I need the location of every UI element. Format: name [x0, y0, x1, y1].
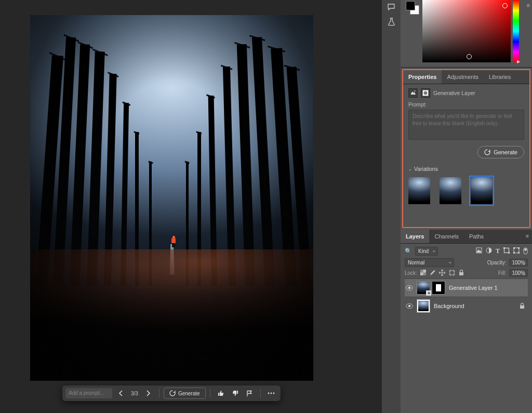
variation-thumb-1[interactable]: [408, 177, 430, 204]
opacity-value[interactable]: 100%: [509, 259, 528, 267]
filter-toggle-icon[interactable]: [523, 247, 528, 255]
document-canvas[interactable]: [30, 15, 313, 381]
generate-button[interactable]: Generate: [164, 388, 206, 399]
tab-paths[interactable]: Paths: [464, 230, 489, 243]
lock-position-icon[interactable]: [439, 270, 445, 276]
separator: [210, 389, 210, 398]
lock-all-icon[interactable]: [459, 270, 464, 276]
next-variation-button[interactable]: [142, 387, 155, 399]
generative-layer-icon: [408, 88, 418, 98]
panel-menu-button[interactable]: ≡: [527, 2, 530, 8]
chevron-down-icon: ⌄: [408, 167, 412, 171]
filter-smart-icon[interactable]: [513, 247, 520, 255]
panel-menu-button[interactable]: ≡: [523, 230, 532, 243]
svg-point-3: [415, 90, 416, 91]
right-panel-column: ≡ Properties Adjustments Libraries Gener…: [382, 0, 532, 413]
tab-adjustments[interactable]: Adjustments: [442, 70, 484, 84]
variations-list: [408, 177, 524, 220]
prompt-input[interactable]: Add a prompt...: [65, 388, 112, 398]
layer-filter-icons: T: [476, 247, 528, 255]
visibility-toggle[interactable]: [406, 285, 413, 290]
svg-point-5: [424, 91, 428, 95]
svg-rect-14: [513, 252, 515, 254]
layers-panel: Layers Channels Paths ≡ 🔍 Kind T: [401, 230, 532, 336]
more-options-button[interactable]: [265, 387, 277, 399]
comment-panel-icon[interactable]: [386, 2, 396, 12]
lock-artboard-icon[interactable]: [449, 270, 455, 276]
svg-point-2: [273, 393, 274, 394]
layer-name[interactable]: Generative Layer 1: [449, 285, 498, 291]
properties-panel-tabs: Properties Adjustments Libraries: [403, 70, 529, 84]
lock-label: Lock:: [405, 270, 417, 276]
layer-name[interactable]: Background: [434, 303, 464, 309]
svg-rect-12: [513, 247, 515, 249]
color-cursor: [502, 3, 508, 8]
layer-generative[interactable]: ◈ Generative Layer 1: [405, 278, 528, 297]
svg-point-24: [408, 305, 410, 307]
layer-background[interactable]: Background: [405, 297, 528, 315]
panel-stack: ≡ Properties Adjustments Libraries Gener…: [401, 0, 532, 413]
lock-transparent-icon[interactable]: [420, 270, 426, 276]
beaker-panel-icon[interactable]: [386, 17, 396, 27]
filter-adjustment-icon[interactable]: [486, 247, 492, 255]
tab-channels[interactable]: Channels: [429, 230, 463, 243]
layer-mask-thumbnail[interactable]: [432, 281, 445, 295]
foreground-background-swatches[interactable]: [406, 1, 420, 16]
svg-rect-20: [423, 273, 426, 276]
foreground-swatch[interactable]: [406, 1, 415, 10]
tab-properties[interactable]: Properties: [403, 70, 442, 84]
color-field[interactable]: [422, 0, 511, 62]
layer-filter-select[interactable]: Kind: [415, 247, 438, 256]
variation-counter: 3/3: [129, 391, 140, 396]
color-cursor-2: [467, 54, 472, 59]
layers-panel-tabs: Layers Channels Paths ≡: [401, 230, 532, 244]
lock-icon[interactable]: [520, 303, 527, 309]
flag-icon: [246, 390, 253, 397]
thumbs-down-button[interactable]: [229, 387, 242, 399]
svg-point-17: [524, 248, 527, 251]
tab-libraries[interactable]: Libraries: [484, 70, 516, 84]
lock-pixels-icon[interactable]: [430, 270, 435, 276]
tab-layers[interactable]: Layers: [401, 230, 429, 243]
thumbs-up-icon: [217, 390, 224, 397]
layer-mask-icon: [421, 88, 430, 98]
panel-generate-label: Generate: [494, 149, 517, 155]
search-icon: 🔍: [405, 248, 412, 255]
prev-variation-button[interactable]: [114, 387, 127, 399]
variation-thumb-2[interactable]: [440, 177, 461, 204]
prompt-textarea[interactable]: [408, 110, 524, 140]
separator: [260, 389, 261, 398]
filter-shape-icon[interactable]: [503, 247, 510, 255]
svg-rect-13: [518, 247, 520, 249]
panel-generate-button[interactable]: Generate: [477, 146, 524, 158]
thumbs-up-button[interactable]: [215, 387, 227, 399]
svg-rect-25: [520, 305, 524, 309]
svg-point-1: [270, 393, 272, 394]
fill-value[interactable]: 100%: [509, 269, 528, 277]
blend-mode-select[interactable]: Normal: [405, 258, 454, 267]
svg-point-23: [408, 287, 410, 289]
regenerate-icon: [169, 390, 176, 396]
svg-rect-9: [503, 247, 505, 249]
visibility-toggle[interactable]: [406, 303, 413, 309]
flag-button[interactable]: [244, 387, 256, 399]
collapsed-panel-dock: [382, 0, 401, 413]
ellipsis-icon: [268, 392, 275, 394]
regenerate-icon: [484, 149, 490, 155]
contextual-task-bar: Add a prompt... 3/3 Generate: [62, 385, 281, 401]
properties-panel-body: Generative Layer Prompt: Generate ⌄ Vari…: [403, 84, 529, 227]
svg-rect-22: [459, 272, 463, 275]
thumbs-down-icon: [232, 390, 239, 397]
layer-thumbnail[interactable]: [417, 299, 430, 313]
svg-rect-10: [508, 252, 510, 254]
image-vignette: [30, 15, 313, 381]
hue-slider[interactable]: [513, 0, 519, 62]
layer-type-label: Generative Layer: [433, 90, 475, 96]
smart-object-badge: ◈: [426, 290, 431, 296]
canvas-area: Add a prompt... 3/3 Generate: [0, 0, 382, 413]
layer-thumbnail[interactable]: ◈: [417, 281, 430, 295]
filter-pixel-icon[interactable]: [476, 247, 482, 255]
variation-thumb-3[interactable]: [471, 177, 493, 204]
filter-type-icon[interactable]: T: [496, 247, 500, 255]
variations-section-header[interactable]: ⌄ Variations: [408, 166, 524, 172]
